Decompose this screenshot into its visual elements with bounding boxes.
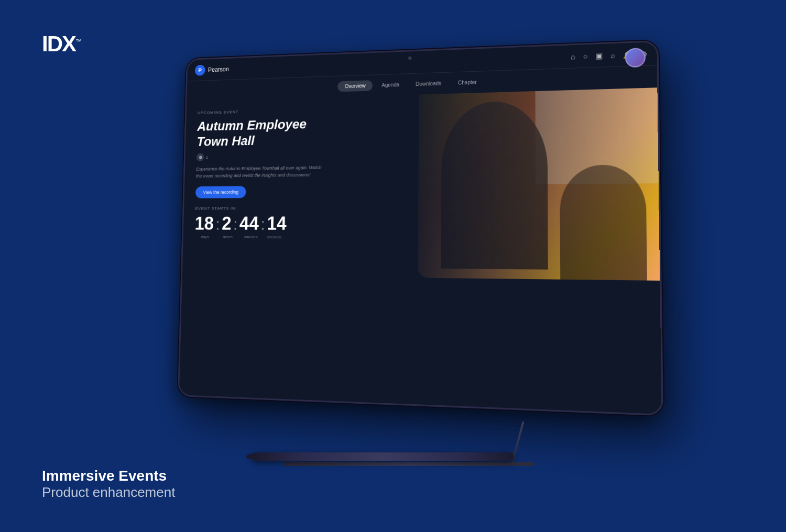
tab-overview[interactable]: Overview [337,80,373,92]
event-title: Autumn Employee Town Hall [196,114,407,149]
countdown-label: EVENT STARTS IN: [195,206,406,211]
days-label: days [194,235,215,239]
event-icon-row: ⚙ 1 [196,150,407,162]
tablet-volume-button [658,96,661,128]
event-badge-icon: ⚙ [196,153,204,161]
page-subtitle: Product enhancement [42,484,175,501]
home-icon[interactable]: ⌂ [571,52,575,61]
main-content: UPCOMING EVENT Autumn Employee Town Hall… [179,87,662,412]
event-description: Experience the Autumn Employee Townhall … [196,164,322,180]
hours-label: hours [217,235,238,240]
logo-tm: ™ [75,38,81,45]
hero-overlay [418,87,660,280]
hero-image [418,87,660,280]
countdown-days: 18 [194,215,214,232]
brand-name: Pearson [208,65,229,73]
countdown-section: EVENT STARTS IN: 18 : 2 : 44 : 14 days [194,206,406,240]
seconds-label: seconds [264,235,285,240]
logo-text: IDX [42,31,75,56]
tablet-screen: P Pearson ⌂ ○ ▣ ⌕ 🔔 ⚙ Overview Agenda Do… [179,42,662,414]
tab-chapter[interactable]: Chapter [451,76,484,88]
tablet-frame: P Pearson ⌂ ○ ▣ ⌕ 🔔 ⚙ Overview Agenda Do… [178,40,663,416]
tab-agenda[interactable]: Agenda [375,79,407,91]
event-tag: UPCOMING EVENT [198,105,407,115]
countdown-hours: 2 [222,215,232,233]
documents-icon[interactable]: ▣ [595,51,603,60]
search-icon[interactable]: ⌕ [610,51,615,60]
idx-logo: IDX™ [42,31,81,57]
tablet-power-button [659,139,662,161]
countdown-minutes: 44 [239,215,259,233]
countdown-units: days hours minutes seconds [194,235,406,240]
hero-image-panel [418,87,660,280]
tablet-device-wrapper: P Pearson ⌂ ○ ▣ ⌕ 🔔 ⚙ Overview Agenda Do… [168,47,665,466]
page-title: Immersive Events [42,468,175,484]
tab-downloads[interactable]: Downloads [408,77,449,90]
stand-base [283,462,534,466]
navbar-brand: P Pearson [195,63,229,75]
countdown-numbers: 18 : 2 : 44 : 14 [194,214,406,234]
stylus-pen [252,452,514,461]
bottom-section: Immersive Events Product enhancement [42,468,175,501]
event-info-panel: UPCOMING EVENT Autumn Employee Town Hall… [179,95,419,403]
also-like-item-1[interactable] [189,407,246,414]
minutes-label: minutes [240,235,261,240]
brand-icon: P [195,64,205,75]
messages-icon[interactable]: ○ [583,52,588,60]
countdown-seconds: 14 [267,215,287,233]
view-recording-button[interactable]: View the recording [195,186,246,199]
stylus-tip [246,454,254,459]
